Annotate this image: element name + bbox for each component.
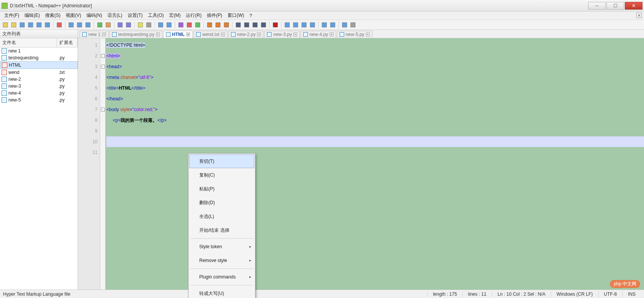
toolbar-button-1[interactable] <box>10 21 18 29</box>
tab-close-icon[interactable]: × <box>102 33 106 36</box>
menu-item-0[interactable]: 文件(F) <box>2 11 22 20</box>
toolbar-button-2[interactable] <box>18 21 26 29</box>
close-button[interactable]: ✕ <box>625 2 642 10</box>
toolbar-button-3[interactable] <box>27 21 34 29</box>
editor-tab[interactable]: new-4.py× <box>301 31 336 38</box>
minimize-button[interactable]: ─ <box>588 2 606 10</box>
toolbar-button-19[interactable] <box>137 21 144 29</box>
toolbar-button-31[interactable] <box>223 21 230 29</box>
toolbar-button-29[interactable] <box>206 21 213 29</box>
status-mode[interactable]: INS <box>622 291 641 297</box>
line-number: 10 <box>78 136 98 147</box>
menu-item-12[interactable]: ? <box>247 12 255 19</box>
maximize-button[interactable]: ☐ <box>607 2 624 10</box>
sidebar-col-ext[interactable]: 扩展名 <box>57 38 78 47</box>
toolbar-button-20[interactable] <box>145 21 153 29</box>
toolbar-button-36[interactable] <box>260 21 267 29</box>
menu-item-5[interactable]: 语言(L) <box>105 11 125 20</box>
toolbar-button-48[interactable] <box>341 21 348 29</box>
editor-tab[interactable]: new-2.py× <box>228 31 264 38</box>
toolbar-button-9[interactable] <box>67 21 75 29</box>
toolbar-button-16[interactable] <box>116 21 124 29</box>
toolbar-button-23[interactable] <box>165 21 173 29</box>
toolbar-button-45[interactable] <box>320 21 328 29</box>
menubar-close-icon[interactable]: ✕ <box>636 13 642 18</box>
menu-item-1[interactable]: 编辑(E) <box>22 11 42 20</box>
editor-tab[interactable]: new 1× <box>80 31 109 38</box>
context-menu-item[interactable]: 删除(D) <box>189 196 254 210</box>
toolbar-button-46[interactable] <box>329 21 337 29</box>
menu-item-11[interactable]: 窗口(W) <box>225 11 247 20</box>
toolbar-button-26[interactable] <box>185 21 193 29</box>
sidebar-row[interactable]: HTML <box>0 61 78 69</box>
toolbar-button-35[interactable] <box>251 21 259 29</box>
menu-item-6[interactable]: 设置(T) <box>125 11 145 20</box>
toolbar-button-33[interactable] <box>234 21 242 29</box>
context-menu-item[interactable]: 剪切(T) <box>189 154 254 168</box>
toolbar-button-30[interactable] <box>214 21 222 29</box>
menu-item-8[interactable]: 宏(M) <box>166 11 183 20</box>
context-menu-item[interactable]: 全选(L) <box>189 210 254 223</box>
context-menu-item[interactable]: Plugin commands <box>189 270 254 284</box>
fold-toggle-icon[interactable]: - <box>101 54 105 58</box>
toolbar-button-4[interactable] <box>35 21 43 29</box>
context-menu-item[interactable]: Style token <box>189 240 254 254</box>
toolbar-button-11[interactable] <box>84 21 92 29</box>
tab-close-icon[interactable]: × <box>156 33 160 36</box>
editor-tab[interactable]: wend.txt× <box>194 31 228 38</box>
context-menu-item[interactable]: 复制(C) <box>189 168 254 182</box>
toolbar-separator <box>154 21 155 28</box>
tab-close-icon[interactable]: × <box>186 33 190 36</box>
toolbar-button-41[interactable] <box>292 21 299 29</box>
toolbar-button-0[interactable] <box>2 21 9 29</box>
menu-item-7[interactable]: 工具(O) <box>145 11 166 20</box>
status-eol[interactable]: Windows (CR LF) <box>551 291 598 297</box>
toolbar-button-22[interactable] <box>157 21 164 29</box>
fold-toggle-icon[interactable]: - <box>101 108 105 111</box>
toolbar-button-17[interactable] <box>125 21 132 29</box>
menu-item-10[interactable]: 插件(P) <box>204 11 225 20</box>
editor-tab[interactable]: new-3.py× <box>264 31 300 38</box>
toolbar-button-27[interactable] <box>194 21 202 29</box>
toolbar-button-13[interactable] <box>96 21 104 29</box>
toolbar-button-14[interactable] <box>104 21 112 29</box>
tab-close-icon[interactable]: × <box>366 33 370 36</box>
toolbar-button-40[interactable] <box>283 21 291 29</box>
sidebar-row[interactable]: new-3.py <box>0 83 78 90</box>
tab-close-icon[interactable]: × <box>293 33 297 36</box>
code-area[interactable]: <!DOCTYPE html> <html> <head> <meta char… <box>106 38 644 290</box>
editor-tab[interactable]: new-5.py× <box>337 31 372 38</box>
menu-item-2[interactable]: 搜索(S) <box>42 11 63 20</box>
tab-close-icon[interactable]: × <box>257 33 261 36</box>
sidebar-row[interactable]: new-2.py <box>0 76 78 83</box>
editor-tab[interactable]: HTML× <box>163 31 193 38</box>
sidebar-row[interactable]: wend.txt <box>0 69 78 76</box>
menu-item-9[interactable]: 运行(R) <box>183 11 204 20</box>
context-menu-item[interactable]: 转成大写(U) <box>189 287 254 298</box>
editor[interactable]: 1234567891011 --- <!DOCTYPE html> <html>… <box>78 38 644 290</box>
menu-item-4[interactable]: 编码(N) <box>84 11 105 20</box>
sidebar-row[interactable]: new 1 <box>0 47 78 54</box>
sidebar-row[interactable]: new-4.py <box>0 90 78 97</box>
tab-close-icon[interactable]: × <box>221 33 225 36</box>
sidebar-col-name[interactable]: 文件名 <box>0 38 57 47</box>
toolbar-button-25[interactable] <box>177 21 185 29</box>
menu-item-3[interactable]: 视图(V) <box>63 11 84 20</box>
toolbar-button-38[interactable] <box>272 21 279 29</box>
sidebar-row[interactable]: testrequestimg.py <box>0 54 78 61</box>
toolbar-button-49[interactable] <box>349 21 357 29</box>
toolbar-button-43[interactable] <box>309 21 316 29</box>
fold-toggle-icon[interactable]: - <box>101 65 105 69</box>
toolbar-button-5[interactable] <box>44 21 51 29</box>
toolbar-button-34[interactable] <box>243 21 250 29</box>
context-menu-item[interactable]: Remove style <box>189 254 254 267</box>
context-menu-item[interactable]: 粘贴(P) <box>189 182 254 196</box>
context-menu-item[interactable]: 开始/结束 选择 <box>189 223 254 237</box>
toolbar-button-10[interactable] <box>76 21 83 29</box>
tab-close-icon[interactable]: × <box>330 33 333 36</box>
toolbar-button-7[interactable] <box>55 21 63 29</box>
toolbar-button-42[interactable] <box>300 21 308 29</box>
status-encoding[interactable]: UTF-8 <box>598 291 622 297</box>
sidebar-row[interactable]: new-5.py <box>0 97 78 103</box>
editor-tab[interactable]: testrequestimg.py× <box>109 31 163 38</box>
